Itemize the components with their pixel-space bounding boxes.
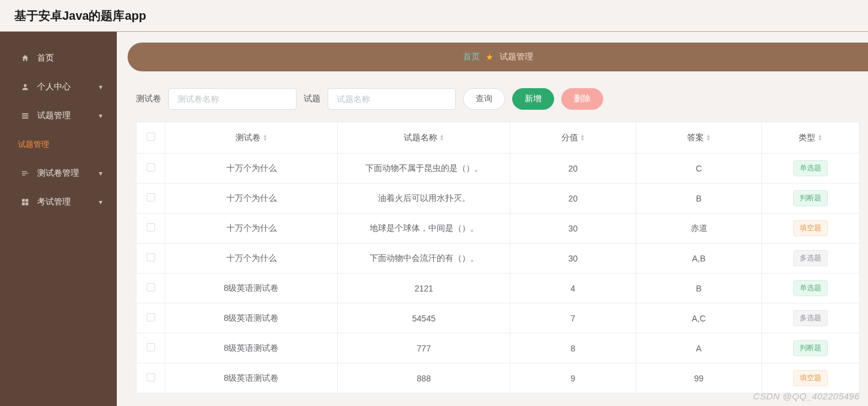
col-paper[interactable]: 测试卷 xyxy=(235,133,261,142)
row-checkbox[interactable] xyxy=(147,163,155,172)
svg-rect-3 xyxy=(22,118,29,119)
cell-score: 20 xyxy=(510,184,636,213)
svg-rect-1 xyxy=(22,113,29,115)
list-icon xyxy=(20,111,30,121)
type-tag: 单选题 xyxy=(793,280,828,296)
sidebar-item-label: 测试卷管理 xyxy=(37,168,79,179)
sidebar-item-label: 首页 xyxy=(37,53,54,64)
cell-score: 20 xyxy=(510,154,636,184)
sort-icon[interactable]: ▲▼ xyxy=(440,134,444,142)
svg-rect-4 xyxy=(22,172,27,172)
cell-score: 30 xyxy=(510,213,636,243)
row-checkbox[interactable] xyxy=(147,253,155,261)
cell-name: 地球是个球体，中间是（）。 xyxy=(338,213,510,243)
cell-score: 4 xyxy=(510,273,636,303)
cell-answer: B xyxy=(636,184,762,213)
cell-name: 2121 xyxy=(338,273,510,303)
cell-paper: 十万个为什么 xyxy=(165,243,338,273)
col-answer[interactable]: 答案 xyxy=(687,133,704,142)
cell-score: 8 xyxy=(510,333,636,363)
sort-icon[interactable]: ▲▼ xyxy=(818,134,822,142)
table-row: 十万个为什么下面动物中会流汗的有（）。30A,B多选题 xyxy=(137,243,860,273)
add-button[interactable]: 新增 xyxy=(512,88,554,110)
col-type[interactable]: 类型 xyxy=(799,133,815,142)
cell-answer: A,B xyxy=(636,243,762,273)
cell-paper: 十万个为什么 xyxy=(165,213,338,243)
cell-score: 30 xyxy=(510,243,636,273)
home-icon xyxy=(20,53,30,63)
sort-icon[interactable]: ▲▼ xyxy=(263,134,268,142)
cell-name: 54545 xyxy=(338,303,510,333)
user-icon xyxy=(20,82,30,92)
type-tag: 判断题 xyxy=(793,190,828,206)
sidebar-item-4[interactable]: 测试卷管理▾ xyxy=(0,159,117,188)
table-row: 十万个为什么下面动物不属于昆虫的是（）。20C单选题 xyxy=(137,154,860,184)
col-score[interactable]: 分值 xyxy=(561,133,578,142)
filter-bar: 测试卷 试题 查询 新增 删除 xyxy=(128,88,868,122)
cell-name: 下面动物不属于昆虫的是（）。 xyxy=(338,154,510,184)
sidebar-item-2[interactable]: 试题管理▾ xyxy=(0,101,117,130)
breadcrumb-current: 试题管理 xyxy=(500,52,533,62)
questions-table: 测试卷▲▼ 试题名称▲▼ 分值▲▼ 答案▲▼ 类型▲▼ 十万个为什么下面动物不属… xyxy=(136,122,860,393)
chevron-down-icon: ▾ xyxy=(99,83,102,91)
cell-answer: 赤道 xyxy=(636,213,762,243)
col-name[interactable]: 试题名称 xyxy=(404,133,437,142)
table-row: 十万个为什么地球是个球体，中间是（）。30赤道填空题 xyxy=(137,213,860,243)
breadcrumb-home[interactable]: 首页 xyxy=(463,52,480,62)
svg-rect-2 xyxy=(22,115,29,116)
sidebar-item-1[interactable]: 个人中心▾ xyxy=(0,73,117,101)
sidebar-item-3[interactable]: 试题管理 xyxy=(0,130,117,159)
svg-rect-6 xyxy=(22,175,26,175)
cell-answer: C xyxy=(636,154,762,184)
page-title: 基于安卓Java的题库app xyxy=(14,8,146,24)
type-tag: 填空题 xyxy=(793,370,828,386)
svg-rect-10 xyxy=(26,203,29,206)
svg-rect-7 xyxy=(22,199,25,202)
row-checkbox[interactable] xyxy=(147,373,155,381)
select-all-checkbox[interactable] xyxy=(147,133,155,141)
breadcrumb: 首页 ★ 试题管理 xyxy=(128,43,868,71)
type-tag: 填空题 xyxy=(793,220,828,236)
sidebar-item-0[interactable]: 首页 xyxy=(0,44,117,73)
sort-icon[interactable]: ▲▼ xyxy=(580,134,585,142)
grid-icon xyxy=(20,197,30,207)
cell-answer: B xyxy=(636,273,762,303)
query-button[interactable]: 查询 xyxy=(463,88,505,110)
watermark: CSDN @QQ_402205496 xyxy=(753,391,860,401)
cell-score: 9 xyxy=(510,363,636,393)
paper-input[interactable] xyxy=(168,88,297,110)
chevron-down-icon: ▾ xyxy=(99,198,102,206)
sidebar: 首页个人中心▾试题管理▾试题管理测试卷管理▾考试管理▾ xyxy=(0,32,117,406)
cell-paper: 8级英语测试卷 xyxy=(165,303,338,333)
sort-icon[interactable]: ▲▼ xyxy=(706,134,711,142)
cell-paper: 8级英语测试卷 xyxy=(165,363,338,393)
row-checkbox[interactable] xyxy=(147,193,155,202)
cell-score: 7 xyxy=(510,303,636,333)
table-row: 8级英语测试卷545457A,C多选题 xyxy=(137,303,860,333)
star-icon: ★ xyxy=(486,52,494,62)
main-content: 首页 ★ 试题管理 测试卷 试题 查询 新增 删除 测试卷▲▼ 试题名称▲▼ 分… xyxy=(117,32,868,406)
row-checkbox[interactable] xyxy=(147,343,155,351)
paper-label: 测试卷 xyxy=(136,94,161,104)
cell-paper: 十万个为什么 xyxy=(165,154,338,184)
row-checkbox[interactable] xyxy=(147,283,155,291)
svg-rect-8 xyxy=(26,199,29,202)
row-checkbox[interactable] xyxy=(147,313,155,321)
sidebar-item-5[interactable]: 考试管理▾ xyxy=(0,188,117,216)
sidebar-item-label: 考试管理 xyxy=(37,197,71,207)
cell-paper: 8级英语测试卷 xyxy=(165,273,338,303)
delete-button[interactable]: 删除 xyxy=(561,88,603,110)
type-tag: 单选题 xyxy=(793,160,828,176)
table-row: 8级英语测试卷888999填空题 xyxy=(137,363,860,393)
svg-rect-5 xyxy=(22,173,29,173)
sidebar-item-label: 试题管理 xyxy=(37,110,71,121)
row-checkbox[interactable] xyxy=(147,223,155,231)
table-row: 8级英语测试卷7778A判断题 xyxy=(137,333,860,363)
svg-rect-9 xyxy=(22,203,25,206)
cell-name: 888 xyxy=(338,363,510,393)
table-row: 十万个为什么油着火后可以用水扑灭。20B判断题 xyxy=(137,184,860,213)
cell-name: 777 xyxy=(338,333,510,363)
cell-answer: A,C xyxy=(636,303,762,333)
cell-name: 油着火后可以用水扑灭。 xyxy=(338,184,510,213)
question-input[interactable] xyxy=(328,88,456,110)
